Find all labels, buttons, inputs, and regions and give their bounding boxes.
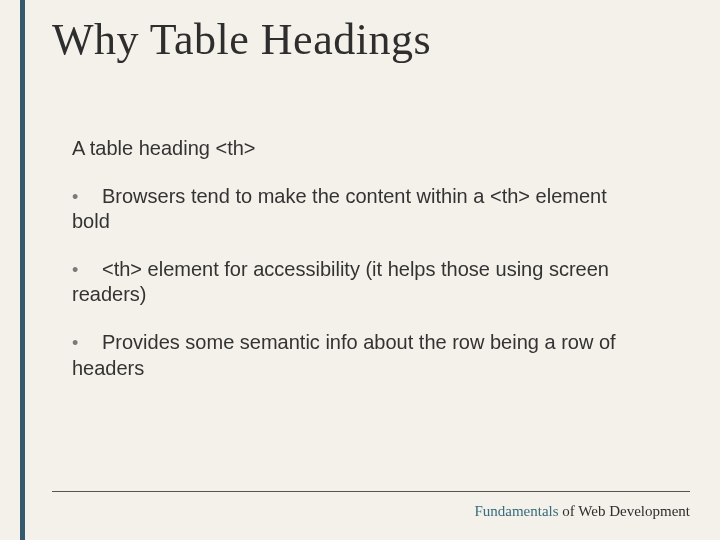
bullet-item: •<th> element for accessibility (it help… <box>72 257 642 308</box>
footer-rest: of Web Development <box>559 503 690 519</box>
slide-title: Why Table Headings <box>52 14 431 65</box>
intro-text: A table heading <th> <box>72 136 642 162</box>
footer: Fundamentals of Web Development <box>474 503 690 520</box>
bullet-icon: • <box>72 259 86 282</box>
slide-body: A table heading <th> •Browsers tend to m… <box>72 136 642 403</box>
bullet-text: <th> element for accessibility (it helps… <box>72 258 609 306</box>
bullet-text: Browsers tend to make the content within… <box>72 185 607 233</box>
slide: Why Table Headings A table heading <th> … <box>0 0 720 540</box>
footer-accent: Fundamentals <box>474 503 558 519</box>
footer-rule <box>52 491 690 492</box>
accent-bar <box>20 0 25 540</box>
bullet-item: •Browsers tend to make the content withi… <box>72 184 642 235</box>
bullet-icon: • <box>72 332 86 355</box>
bullet-item: •Provides some semantic info about the r… <box>72 330 642 381</box>
bullet-text: Provides some semantic info about the ro… <box>72 331 616 379</box>
bullet-icon: • <box>72 186 86 209</box>
